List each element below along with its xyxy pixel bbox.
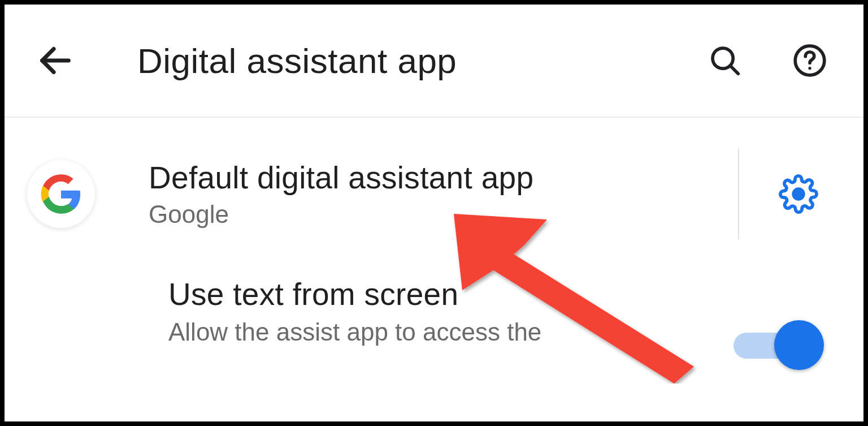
svg-line-2 (731, 66, 738, 74)
arrow-left-icon (36, 41, 75, 80)
gear-icon (779, 174, 818, 214)
page-title: Digital assistant app (137, 41, 700, 81)
google-app-icon (27, 160, 95, 228)
use-text-row[interactable]: Use text from screen Allow the assist ap… (5, 270, 863, 348)
help-icon (792, 43, 827, 78)
google-logo-icon (40, 173, 82, 215)
svg-point-4 (808, 67, 811, 70)
assistant-settings-button[interactable] (773, 169, 824, 220)
default-assistant-subtitle: Google (149, 200, 704, 229)
divider (738, 149, 739, 239)
svg-point-5 (793, 189, 804, 199)
toggle-thumb (774, 320, 824, 370)
app-bar: Digital assistant app (5, 5, 863, 118)
search-button[interactable] (700, 35, 750, 86)
use-text-title: Use text from screen (168, 276, 841, 312)
default-assistant-row[interactable]: Default digital assistant app Google (5, 118, 863, 270)
default-assistant-title: Default digital assistant app (149, 160, 704, 196)
search-icon (708, 43, 743, 78)
help-button[interactable] (784, 35, 835, 86)
use-text-toggle[interactable] (734, 322, 824, 362)
back-button[interactable] (27, 32, 84, 89)
